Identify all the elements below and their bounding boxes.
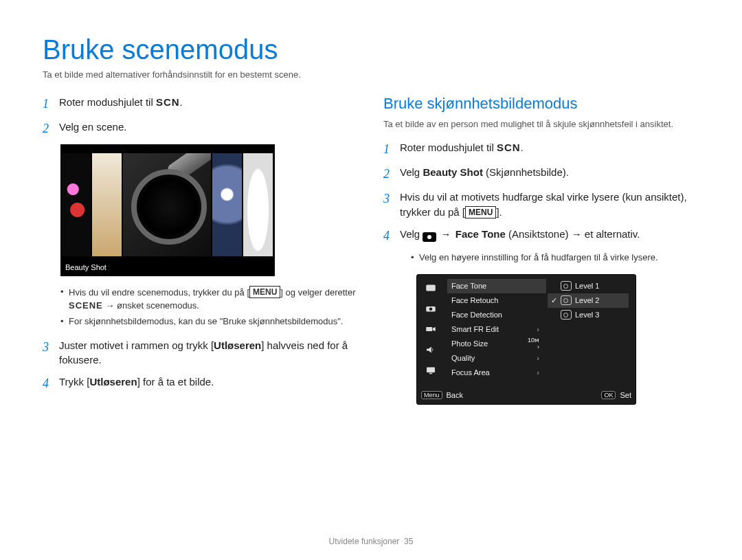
tab-sound-icon <box>421 341 440 359</box>
option-item: Level 3 <box>548 308 629 322</box>
option-label: Level 1 <box>575 282 599 290</box>
text: Roter modushjulet til <box>59 96 156 108</box>
text: ]. <box>496 206 502 218</box>
ok-button-icon: OK <box>601 391 616 399</box>
footer-page-number: 35 <box>404 537 413 546</box>
step-number: 3 <box>43 338 52 368</box>
tab-camera-icon <box>421 300 440 317</box>
menu-item-label: Face Tone <box>451 282 486 290</box>
right-step-3: 3 Hvis du vil at motivets hudfarge skal … <box>383 190 699 220</box>
shutter-label: Utløseren <box>89 376 137 388</box>
scene-thumb <box>61 153 92 256</box>
tab-video-icon <box>421 320 440 338</box>
menu-item: Face Retouch <box>447 293 546 308</box>
section-desc: Ta et bilde av en person med mulighet ti… <box>383 118 699 131</box>
chevron-right-icon: › <box>524 354 539 362</box>
menu-item-label: Smart FR Edit <box>451 325 499 333</box>
scn-icon: SCN <box>497 142 521 153</box>
right-step-4: 4 Velg → Face Tone (Ansiktstone) → et al… <box>383 227 699 245</box>
menu-button-icon: MENU <box>465 206 496 219</box>
svg-rect-4 <box>427 367 435 372</box>
left-step-2: 2 Velg en scene. <box>43 120 359 137</box>
step-number: 1 <box>383 140 393 158</box>
step-number: 4 <box>43 374 52 392</box>
left-step-3: 3 Juster motivet i rammen og trykk [Utlø… <box>43 338 359 368</box>
scene-thumb <box>92 153 123 256</box>
left-step-4: 4 Trykk [Utløseren] for å ta et bilde. <box>43 374 359 392</box>
scene-select-screenshot: Beauty Shot <box>60 144 275 276</box>
scene-thumb <box>212 153 243 256</box>
scn-icon: SCN <box>156 96 180 108</box>
menu-item-label: Photo Size <box>451 339 488 348</box>
scene-thumb <box>243 153 274 256</box>
page-footer: Utvidete funksjoner 35 <box>0 537 742 546</box>
menu-item: Quality› <box>447 351 546 366</box>
menu-button-icon: MENU <box>249 286 280 298</box>
right-bullets: Velg en høyere innstilling for å få hudf… <box>383 251 699 265</box>
text: (Skjønnhetsbilde). <box>483 166 569 178</box>
text: . <box>521 142 524 153</box>
back-button-icon: Menu <box>421 391 442 399</box>
menu-item-label: Quality <box>451 354 475 362</box>
text: → ønsket scenemodus. <box>103 300 199 311</box>
back-label: Back <box>447 391 463 399</box>
option-label: Level 2 <box>575 296 599 304</box>
face-tone-label: Face Tone <box>456 228 506 240</box>
footer-section: Utvidete funksjoner <box>329 537 400 546</box>
option-item-selected: ✓Level 2 <box>548 293 629 308</box>
scene-thumb-selected <box>123 153 212 256</box>
level-icon <box>561 281 572 291</box>
menu-item-label: Focus Area <box>451 368 490 377</box>
camera-menu-screenshot: Face Tone Face Retouch Face Detection Sm… <box>416 274 636 405</box>
right-step-2: 2 Velg Beauty Shot (Skjønnhetsbilde). <box>383 165 699 183</box>
menu-item-label: Face Detection <box>451 311 502 319</box>
menu-item: Photo Size10ᴍ › <box>447 337 546 351</box>
svg-point-2 <box>429 307 433 311</box>
option-list: Level 1 ✓Level 2 Level 3 <box>548 279 629 322</box>
text: Roter modushjulet til <box>400 142 497 153</box>
menu-item: Smart FR Edit› <box>447 322 546 337</box>
camera-icon <box>423 232 436 242</box>
menu-item: Focus Area› <box>447 366 546 380</box>
text: ] og velger deretter <box>280 287 355 298</box>
arrow-icon: → <box>436 228 455 240</box>
set-label: Set <box>620 391 631 399</box>
step-number: 1 <box>43 95 52 113</box>
step-number: 2 <box>383 165 393 183</box>
menu-item-label: Face Retouch <box>451 296 498 304</box>
text: For skjønnhetsbildemodus, kan du se "Bru… <box>60 315 359 328</box>
page-title: Bruke scenemodus <box>43 34 699 65</box>
text: Velg en høyere innstilling for å få hudf… <box>411 251 699 265</box>
page-subtitle: Ta et bilde med alternativer forhåndsinn… <box>43 69 699 80</box>
menu-item: Face Tone <box>447 279 546 293</box>
chevron-right-icon: › <box>524 325 539 333</box>
svg-rect-0 <box>426 284 436 291</box>
option-label: Level 3 <box>575 311 599 319</box>
text: (Ansiktstone) → et alternativ. <box>506 228 640 240</box>
text: Velg en scene. <box>59 120 126 137</box>
menu-item: Face Detection <box>447 308 546 322</box>
tab-display-icon <box>421 361 440 379</box>
text: . <box>180 96 183 108</box>
menu-list: Face Tone Face Retouch Face Detection Sm… <box>447 279 546 388</box>
left-step-1: 1 Roter modushjulet til SCN. <box>43 95 359 113</box>
text: Trykk [ <box>59 376 89 388</box>
text: Hvis du vil endre scenemodus, trykker du… <box>69 287 249 298</box>
left-column: 1 Roter modushjulet til SCN. 2 Velg en s… <box>43 95 359 405</box>
menu-footer: Menu Back OK Set <box>421 389 631 401</box>
right-step-1: 1 Roter modushjulet til SCN. <box>383 140 699 158</box>
scene-word: SCENE <box>69 300 103 311</box>
section-heading: Bruke skjønnhetsbildemodus <box>383 95 699 113</box>
step-number: 4 <box>383 227 393 245</box>
text: Hvis du vil at motivets hudfarge skal vi… <box>400 191 687 218</box>
tab-scene-icon <box>421 279 440 297</box>
right-column: Bruke skjønnhetsbildemodus Ta et bilde a… <box>383 95 699 405</box>
svg-rect-3 <box>426 327 432 331</box>
beauty-shot-label: Beauty Shot <box>423 166 483 178</box>
text: Juster motivet i rammen og trykk [ <box>59 339 214 351</box>
level-icon <box>561 310 572 320</box>
text: Velg <box>400 166 423 178</box>
size-icon: 10ᴍ › <box>524 337 539 350</box>
chevron-right-icon: › <box>524 368 539 377</box>
shutter-label: Utløseren <box>214 339 261 351</box>
